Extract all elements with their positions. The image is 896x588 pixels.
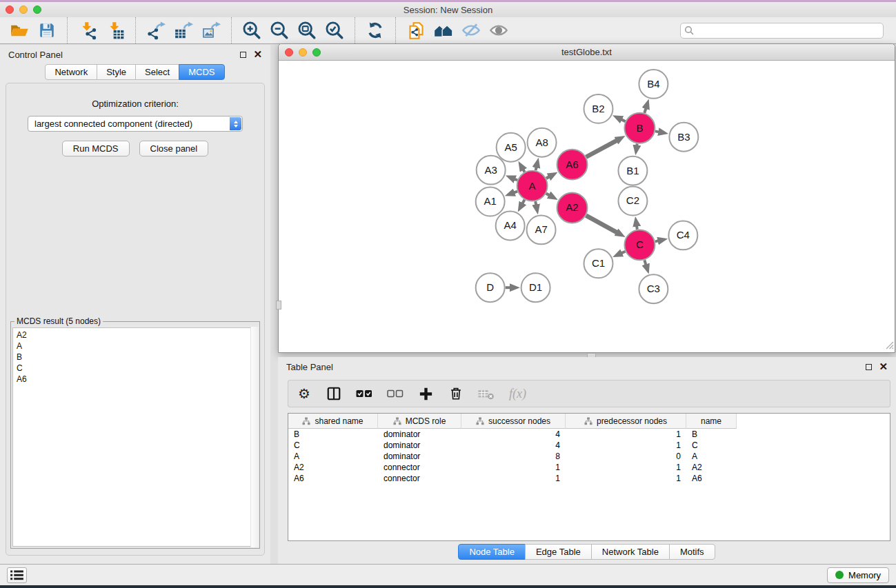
column-header-MCDS-role[interactable]: MCDS role [378, 414, 461, 429]
zoom-out-icon[interactable] [266, 19, 293, 42]
edge-C-C3[interactable] [644, 260, 646, 265]
node-A5[interactable]: A5 [497, 133, 526, 162]
edge-A-A3[interactable] [515, 179, 517, 181]
memory-button[interactable]: Memory [827, 567, 889, 583]
node-C[interactable]: C [624, 230, 655, 260]
node-B1[interactable]: B1 [618, 156, 647, 185]
search-input[interactable] [680, 23, 884, 39]
network-minimize-button[interactable] [299, 48, 307, 57]
tab-edge-table[interactable]: Edge Table [525, 544, 592, 560]
edge-B-B2[interactable] [621, 119, 626, 121]
table-row[interactable]: A2connector11A2 [288, 462, 737, 473]
node-B3[interactable]: B3 [669, 123, 698, 152]
mcds-result-item[interactable]: A2 [17, 330, 254, 341]
network-canvas[interactable]: B4B2BB3A8A5A6A3B1AA1C2A2A4A7C4CC1C3DD1 [279, 61, 895, 352]
import-network-icon[interactable] [74, 19, 101, 42]
table-row[interactable]: Adominator80A [288, 451, 737, 462]
edge-B-B3[interactable] [655, 131, 659, 132]
mcds-result-item[interactable]: A [17, 341, 254, 352]
mcds-result-item[interactable]: B [17, 352, 254, 363]
edge-A-A8[interactable] [536, 168, 537, 170]
zoom-window-button[interactable] [33, 6, 41, 14]
node-A6[interactable]: A6 [557, 150, 588, 180]
vertical-split-handle[interactable] [276, 301, 281, 310]
zoom-selected-icon[interactable] [321, 19, 348, 42]
import-table-icon[interactable] [101, 19, 129, 42]
mcds-result-scrollbar[interactable] [250, 327, 259, 547]
first-neighbors-icon[interactable] [430, 19, 457, 42]
zoom-fit-icon[interactable] [293, 19, 321, 42]
create-column-icon[interactable] [418, 386, 434, 402]
tab-style[interactable]: Style [97, 64, 136, 80]
tab-motifs[interactable]: Motifs [669, 544, 715, 560]
tab-network[interactable]: Network [45, 64, 97, 80]
run-mcds-button[interactable]: Run MCDS [62, 141, 130, 156]
edge-A2-C[interactable] [586, 216, 617, 233]
node-B[interactable]: B [624, 113, 655, 143]
clone-network-icon[interactable] [402, 19, 430, 42]
edge-A-A5[interactable] [524, 170, 525, 172]
close-panel-icon[interactable]: ✕ [253, 51, 262, 58]
close-window-button[interactable] [6, 6, 14, 14]
tab-node-table[interactable]: Node Table [458, 544, 526, 560]
node-A4[interactable]: A4 [496, 211, 525, 240]
node-C4[interactable]: C4 [668, 221, 697, 250]
show-columns-icon[interactable] [326, 386, 341, 401]
table-options-icon[interactable]: ⚙ [297, 387, 312, 401]
edge-A-A6[interactable] [546, 177, 549, 179]
mcds-result-item[interactable]: C [17, 363, 254, 374]
close-table-panel-icon[interactable]: ✕ [879, 363, 888, 370]
node-A2[interactable]: A2 [557, 193, 588, 223]
tab-mcds[interactable]: MCDS [179, 64, 224, 80]
node-C3[interactable]: C3 [639, 274, 668, 303]
deselect-all-icon[interactable] [387, 386, 404, 401]
edge-A-A2[interactable] [546, 194, 550, 195]
tab-select[interactable]: Select [135, 64, 179, 80]
edge-A-A1[interactable] [514, 192, 517, 193]
export-network-icon[interactable] [142, 19, 170, 42]
node-D[interactable]: D [476, 273, 505, 302]
edge-C-C4[interactable] [655, 241, 658, 241]
edge-B-B4[interactable] [644, 108, 646, 113]
zoom-in-icon[interactable] [238, 19, 266, 42]
export-image-icon[interactable] [197, 19, 225, 42]
column-header-successor-nodes[interactable]: successor nodes [461, 414, 566, 429]
table-row[interactable]: Cdominator41C [288, 440, 737, 451]
node-A1[interactable]: A1 [476, 187, 505, 216]
column-header-name[interactable]: name [686, 414, 737, 429]
table-row[interactable]: Bdominator41B [288, 429, 737, 440]
node-A[interactable]: A [517, 171, 548, 201]
node-C2[interactable]: C2 [618, 187, 647, 216]
network-zoom-button[interactable] [312, 48, 321, 57]
edge-A6-B[interactable] [586, 141, 617, 157]
node-A7[interactable]: A7 [527, 215, 556, 244]
close-panel-button[interactable]: Close panel [139, 141, 209, 156]
edge-A-A7[interactable] [535, 201, 536, 205]
node-B4[interactable]: B4 [639, 70, 668, 99]
network-window-titlebar[interactable]: testGlobe.txt [279, 44, 895, 61]
network-close-button[interactable] [285, 48, 293, 57]
node-A3[interactable]: A3 [477, 156, 506, 185]
edge-C-C1[interactable] [621, 252, 625, 253]
node-A8[interactable]: A8 [528, 128, 557, 157]
apply-layout-icon[interactable] [361, 19, 389, 42]
node-B2[interactable]: B2 [584, 94, 613, 123]
float-panel-icon[interactable] [240, 52, 246, 58]
task-history-button[interactable] [7, 567, 27, 583]
destroy-table-icon[interactable] [478, 387, 495, 401]
select-all-icon[interactable] [356, 386, 372, 401]
edge-A-A4[interactable] [523, 200, 525, 203]
table-row[interactable]: A6connector11A6 [288, 473, 737, 484]
node-C1[interactable]: C1 [584, 249, 613, 278]
resize-grip-icon[interactable] [885, 341, 894, 352]
column-header-shared-name[interactable]: shared name [288, 414, 378, 429]
node-D1[interactable]: D1 [521, 273, 550, 302]
column-header-predecessor-nodes[interactable]: predecessor nodes [566, 414, 686, 429]
open-session-icon[interactable] [6, 19, 33, 42]
export-table-icon[interactable] [170, 19, 197, 42]
function-builder-icon[interactable]: f(x) [509, 387, 526, 401]
minimize-window-button[interactable] [19, 6, 28, 14]
mcds-result-item[interactable]: A6 [17, 374, 254, 385]
delete-columns-icon[interactable] [448, 386, 464, 401]
float-table-panel-icon[interactable] [866, 364, 872, 370]
